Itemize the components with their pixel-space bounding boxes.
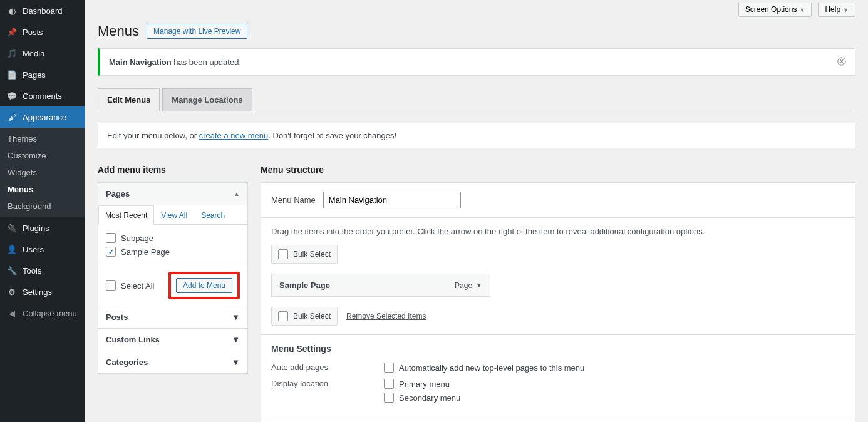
accordion-posts-toggle[interactable]: Posts▼ [98, 306, 248, 329]
menu-settings-heading: Menu Settings [271, 344, 845, 354]
sidebar-item-tools[interactable]: 🔧Tools [0, 260, 85, 281]
submenu-customize[interactable]: Customize [0, 147, 85, 164]
triangle-down-icon: ▼ [232, 335, 240, 344]
checkbox[interactable] [106, 233, 116, 243]
page-checkbox-row[interactable]: Sample Page [106, 245, 240, 259]
info-box: Edit your menu below, or create a new me… [98, 123, 855, 148]
triangle-up-icon: ▲ [234, 190, 240, 197]
sidebar-item-users[interactable]: 👤Users [0, 239, 85, 260]
triangle-down-icon: ▼ [476, 282, 482, 289]
page-title: Menus [98, 23, 139, 39]
sidebar-item-pages[interactable]: 📄Pages [0, 64, 85, 85]
checkbox[interactable] [106, 247, 116, 257]
dashboard-icon: ◐ [6, 5, 18, 16]
caret-down-icon: ▼ [843, 7, 849, 13]
triangle-down-icon: ▼ [232, 312, 240, 322]
accordion-pages-toggle[interactable]: Pages▲ [98, 183, 247, 205]
sidebar-item-posts[interactable]: 📌Posts [0, 21, 85, 43]
plugin-icon: 🔌 [6, 222, 18, 234]
notice-text: has been updated. [172, 58, 241, 67]
settings-icon: ⚙ [6, 286, 18, 297]
auto-add-checkbox-row[interactable]: Automatically add new top-level pages to… [384, 363, 584, 373]
add-items-heading: Add menu items [98, 165, 248, 175]
tab-edit-menus[interactable]: Edit Menus [98, 88, 160, 111]
submenu-themes[interactable]: Themes [0, 130, 85, 147]
location-checkbox-secondary[interactable]: Secondary menu [384, 393, 460, 403]
nav-tabs: Edit Menus Manage Locations [98, 88, 855, 111]
sidebar-item-media[interactable]: 🎵Media [0, 43, 85, 64]
drag-instructions: Drag the items into the order you prefer… [271, 227, 845, 236]
sidebar-item-settings[interactable]: ⚙Settings [0, 281, 85, 302]
checkbox[interactable] [278, 311, 288, 321]
appearance-submenu: Themes Customize Widgets Menus Backgroun… [0, 128, 85, 217]
menu-name-input[interactable] [323, 192, 461, 208]
subtab-most-recent[interactable]: Most Recent [98, 205, 154, 225]
tool-icon: 🔧 [6, 265, 18, 276]
create-new-menu-link[interactable]: create a new menu [199, 131, 269, 140]
admin-sidebar: ◐Dashboard 📌Posts 🎵Media 📄Pages 💬Comment… [0, 0, 85, 422]
page-checkbox-row[interactable]: Subpage [106, 231, 240, 245]
collapse-menu[interactable]: ◀Collapse menu [0, 302, 85, 324]
sidebar-item-comments[interactable]: 💬Comments [0, 85, 85, 106]
notice-strong: Main Navigation [109, 58, 172, 67]
user-icon: 👤 [6, 244, 18, 255]
subtab-view-all[interactable]: View All [154, 205, 194, 225]
screen-options-button[interactable]: Screen Options▼ [738, 3, 812, 17]
triangle-down-icon: ▼ [232, 358, 240, 367]
menu-item-title: Sample Page [279, 280, 330, 290]
help-button[interactable]: Help▼ [818, 3, 855, 17]
submenu-background[interactable]: Background [0, 198, 85, 215]
bulk-select-bottom[interactable]: Bulk Select [271, 307, 338, 326]
checkbox[interactable] [106, 280, 116, 291]
tab-manage-locations[interactable]: Manage Locations [162, 88, 252, 111]
select-all-row[interactable]: Select All [106, 279, 154, 292]
collapse-icon: ◀ [6, 307, 18, 319]
notice-success: Main Navigation has been updated. ⓧ [98, 48, 855, 76]
checkbox[interactable] [384, 393, 394, 403]
live-preview-button[interactable]: Manage with Live Preview [147, 24, 247, 39]
pin-icon: 📌 [6, 26, 18, 38]
main-content: Screen Options▼ Help▼ Menus Manage with … [85, 0, 868, 422]
media-icon: 🎵 [6, 48, 18, 59]
remove-selected-link[interactable]: Remove Selected Items [346, 312, 426, 321]
comment-icon: 💬 [6, 90, 18, 101]
menu-panel: Menu Name Drag the items into the order … [261, 182, 855, 422]
brush-icon: 🖌 [6, 111, 18, 123]
menu-structure-heading: Menu structure [261, 165, 855, 175]
bulk-select-top[interactable]: Bulk Select [271, 245, 338, 264]
checkbox[interactable] [384, 379, 394, 389]
menu-name-label: Menu Name [271, 195, 316, 205]
highlight-annotation: Add to Menu [168, 272, 240, 299]
display-location-label: Display location [271, 379, 384, 403]
location-checkbox-primary[interactable]: Primary menu [384, 379, 460, 389]
checkbox[interactable] [278, 249, 288, 259]
page-icon: 📄 [6, 69, 18, 80]
checkbox[interactable] [384, 363, 394, 373]
menu-item-handle[interactable]: Sample Page Page▼ [271, 274, 490, 297]
auto-add-label: Auto add pages [271, 363, 384, 373]
submenu-menus[interactable]: Menus [0, 181, 85, 198]
accordion-pages: Pages▲ Most Recent View All Search Subpa… [98, 182, 248, 306]
sidebar-item-appearance[interactable]: 🖌Appearance [0, 106, 85, 128]
add-to-menu-button[interactable]: Add to Menu [176, 278, 232, 293]
sidebar-item-dashboard[interactable]: ◐Dashboard [0, 0, 85, 21]
accordion-categories-toggle[interactable]: Categories▼ [98, 351, 248, 374]
dismiss-icon[interactable]: ⓧ [837, 56, 846, 68]
screen-meta: Screen Options▼ Help▼ [98, 0, 855, 23]
subtab-search[interactable]: Search [194, 205, 232, 225]
caret-down-icon: ▼ [799, 7, 805, 13]
accordion-custom-links-toggle[interactable]: Custom Links▼ [98, 329, 248, 351]
sidebar-item-plugins[interactable]: 🔌Plugins [0, 217, 85, 239]
submenu-widgets[interactable]: Widgets [0, 164, 85, 181]
